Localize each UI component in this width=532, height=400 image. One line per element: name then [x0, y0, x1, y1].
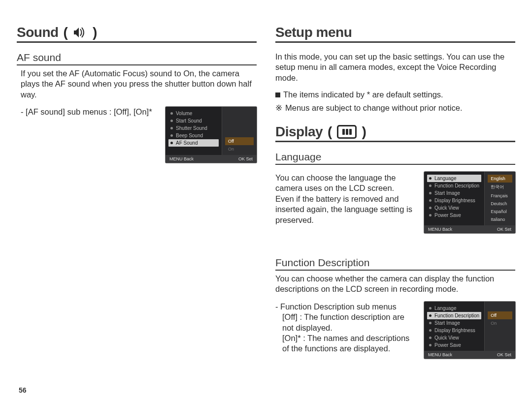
lcd-item: Quick View: [427, 204, 481, 212]
language-desc: You can choose the language the camera u…: [275, 173, 414, 225]
lcd-af-sound: Volume Start Sound Shutter Sound Beep So…: [166, 107, 257, 163]
sound-heading-row: Sound ( ): [17, 25, 257, 43]
open-paren: (: [64, 25, 68, 40]
lcd-item: Language: [427, 305, 481, 312]
lcd-item: Display Brightness: [427, 197, 481, 204]
display-icon: [337, 125, 357, 139]
speaker-icon: [73, 27, 88, 38]
lcd-language: Language Function Description Start Imag…: [424, 172, 515, 233]
lcd-option: Off: [225, 137, 254, 145]
lcd-footer-back: MENU Back: [428, 352, 452, 357]
lcd-item: Quick View: [427, 334, 481, 341]
func-sub-intro: - Function Description sub menus: [275, 302, 414, 312]
lcd-item-selected: AF Sound: [168, 139, 219, 147]
display-heading-row: Display ( ): [275, 124, 515, 142]
func-desc: You can choose whether the camera can di…: [275, 274, 515, 295]
setup-bullet-1: The items indicated by * are default set…: [275, 89, 515, 100]
lcd-af-left: Volume Start Sound Shutter Sound Beep So…: [166, 107, 222, 155]
func-sub: - Function Description sub menus [Off] :…: [275, 302, 414, 354]
lcd-option: Español: [488, 208, 512, 215]
af-sound-submenus: - [AF sound] sub menus : [Off], [On]*: [21, 107, 156, 117]
open-paren: (: [328, 124, 332, 140]
reference-mark-icon: ※: [275, 103, 282, 112]
lcd-item-selected: Language: [427, 175, 481, 182]
setup-heading: Setup menu: [275, 25, 352, 40]
lcd-item: Start Image: [427, 319, 481, 327]
lcd-option: 한국어: [488, 183, 512, 192]
close-paren: ): [93, 25, 97, 40]
lcd-af-right: Off On: [222, 107, 257, 155]
af-sound-desc: If you set the AF (Automatic Focus) soun…: [21, 68, 257, 100]
lcd-item: Function Description: [427, 182, 481, 189]
lcd-option: Off: [488, 311, 512, 319]
lcd-footer: MENU Back OK Set: [166, 155, 257, 163]
func-sub-on: [On]* : The names and descriptions of th…: [275, 333, 414, 354]
lcd-footer-set: OK Set: [238, 156, 253, 161]
lcd-option: Français: [488, 192, 512, 200]
lcd-option: Deutsch: [488, 200, 512, 208]
lcd-footer-set: OK Set: [497, 227, 511, 232]
setup-desc: In this mode, you can set up the basic s…: [275, 52, 515, 83]
lcd-footer-back: MENU Back: [428, 227, 452, 232]
left-column: Sound ( ) AF sound If you set the AF (Au…: [17, 25, 257, 400]
setup-heading-row: Setup menu: [275, 25, 515, 43]
lcd-item: Power Save: [427, 341, 481, 349]
page-number: 56: [19, 386, 27, 394]
language-subhead: Language: [275, 151, 515, 165]
lcd-footer-set: OK Set: [497, 352, 511, 357]
lcd-item: Start Sound: [168, 117, 219, 124]
lcd-item-selected: Function Description: [427, 312, 481, 319]
lcd-func-desc: Language Function Description Start Imag…: [424, 302, 515, 359]
lcd-item: Beep Sound: [168, 132, 219, 139]
square-bullet-icon: [275, 92, 280, 97]
right-column: Setup menu In this mode, you can set up …: [275, 25, 515, 400]
func-sub-off: [Off] : The function description are not…: [275, 312, 414, 333]
setup-bullet-2: ※Menus are subject to change without pri…: [275, 102, 515, 113]
af-sound-row: - [AF sound] sub menus : [Off], [On]* Vo…: [21, 107, 257, 163]
lcd-item: Volume: [168, 110, 219, 117]
lcd-item: Display Brightness: [427, 327, 481, 334]
language-row: You can choose the language the camera u…: [275, 172, 515, 233]
lcd-option: Italiano: [488, 215, 512, 223]
close-paren: ): [362, 124, 366, 140]
af-sound-subhead: AF sound: [17, 52, 257, 65]
lcd-option: On: [225, 145, 254, 153]
lcd-item: Power Save: [427, 212, 481, 219]
lcd-item: Start Image: [427, 189, 481, 197]
lcd-option: On: [488, 319, 512, 327]
lcd-footer-back: MENU Back: [169, 156, 194, 161]
display-heading: Display: [275, 124, 323, 140]
func-subhead: Function Description: [275, 257, 515, 271]
lcd-item: Shutter Sound: [168, 124, 219, 132]
func-row: - Function Description sub menus [Off] :…: [275, 302, 515, 359]
lcd-option: English: [488, 175, 512, 183]
sound-heading: Sound: [17, 25, 59, 40]
